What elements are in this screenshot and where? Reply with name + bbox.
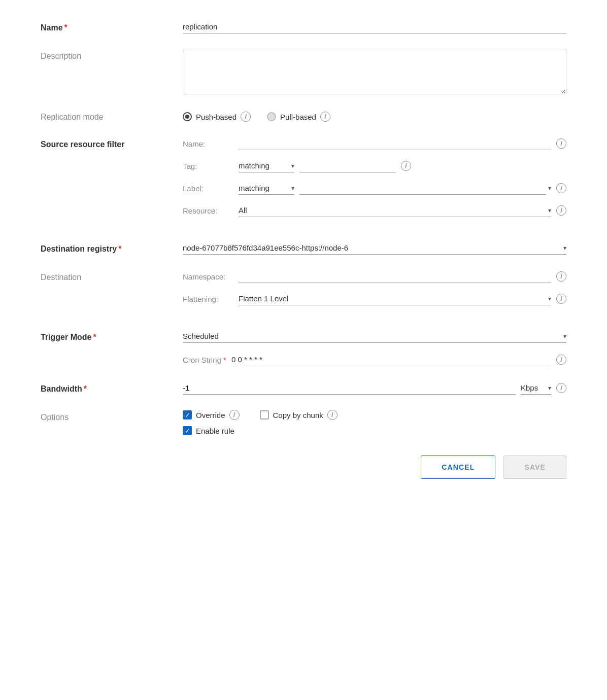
source-filter-label: Source resource filter (41, 137, 183, 149)
namespace-input-wrap: i (239, 270, 566, 283)
source-name-row: Name: i (183, 137, 566, 150)
pull-based-label: Pull-based (280, 113, 316, 121)
options-row: Options ✓ Override i Copy by chunk i ✓ E… (41, 410, 566, 435)
flattening-select[interactable]: Flatten 1 Level No Flattening Flatten Al… (239, 292, 551, 305)
source-filter-content: Name: i Tag: matching excluding (183, 137, 566, 226)
resource-select-wrap: All Image Chart ▾ (239, 204, 551, 217)
replication-mode-row: Replication mode Push-based i Pull-based… (41, 110, 566, 122)
options-content: ✓ Override i Copy by chunk i ✓ Enable ru… (183, 410, 566, 435)
options-line1: ✓ Override i Copy by chunk i (183, 410, 566, 420)
enable-rule-checkbox-item[interactable]: ✓ Enable rule (183, 426, 234, 435)
namespace-sub-label: Namespace: (183, 272, 239, 281)
copy-by-chunk-info-icon[interactable]: i (327, 410, 338, 420)
source-name-info-icon[interactable]: i (556, 138, 566, 149)
bandwidth-row: Bandwidth* Kbps Mbps ▾ i (41, 381, 566, 395)
kbps-wrap: Kbps Mbps ▾ (521, 381, 551, 395)
resource-info-icon[interactable]: i (556, 205, 566, 216)
source-name-input-wrap: i (239, 137, 566, 150)
label-sub-label: Label: (183, 184, 239, 193)
push-based-option[interactable]: Push-based i (183, 112, 251, 122)
label-controls: matching excluding ▾ ▾ (239, 182, 551, 195)
destination-content: Namespace: i Flattening: Flatten 1 Level… (183, 270, 566, 314)
flattening-select-wrap: Flatten 1 Level No Flattening Flatten Al… (239, 292, 551, 305)
button-row: CANCEL SAVE (41, 456, 566, 479)
dest-registry-select[interactable]: node-67077b8f576fd34a91ee556c-https://no… (183, 241, 566, 255)
source-name-input[interactable] (239, 137, 551, 150)
label-value-chevron-icon: ▾ (548, 185, 551, 192)
copy-by-chunk-checkbox-item[interactable]: Copy by chunk i (260, 410, 338, 420)
tag-input-wrap: matching excluding ▾ i (239, 159, 566, 172)
label-value-wrap: ▾ (299, 182, 551, 195)
tag-select-wrap: matching excluding ▾ (239, 159, 294, 172)
dest-registry-label: Destination registry* (41, 241, 183, 254)
description-textarea[interactable] (183, 49, 566, 94)
tag-select[interactable]: matching excluding (239, 159, 294, 172)
description-row: Description (41, 49, 566, 94)
override-info-icon[interactable]: i (229, 410, 240, 420)
flattening-row: Flattening: Flatten 1 Level No Flattenin… (183, 292, 566, 305)
dest-reg-select-wrap: node-67077b8f576fd34a91ee556c-https://no… (183, 241, 566, 255)
tag-value-input[interactable] (299, 159, 396, 172)
bandwidth-label: Bandwidth* (41, 381, 183, 394)
label-input-wrap: matching excluding ▾ ▾ i (239, 182, 566, 195)
pull-based-info-icon[interactable]: i (320, 112, 330, 122)
enable-rule-label: Enable rule (196, 427, 234, 435)
trigger-select[interactable]: Scheduled Event Based Manual (183, 330, 566, 343)
tag-row: Tag: matching excluding ▾ i (183, 159, 566, 172)
override-checkbox-item[interactable]: ✓ Override i (183, 410, 240, 420)
copy-by-chunk-label: Copy by chunk (273, 411, 323, 419)
trigger-mode-content: Scheduled Event Based Manual ▾ Cron Stri… (183, 330, 566, 366)
replication-mode-content: Push-based i Pull-based i (183, 110, 566, 122)
cancel-button[interactable]: CANCEL (421, 456, 495, 479)
bandwidth-info-icon[interactable]: i (556, 383, 566, 393)
label-select-wrap: matching excluding ▾ (239, 182, 294, 195)
namespace-info-icon[interactable]: i (556, 271, 566, 282)
flattening-sub-label: Flattening: (183, 295, 239, 303)
pull-based-option[interactable]: Pull-based i (267, 112, 330, 122)
resource-input-wrap: All Image Chart ▾ i (239, 204, 566, 217)
resource-sub-label: Resource: (183, 206, 239, 215)
trigger-mode-label: Trigger Mode* (41, 330, 183, 342)
options-line2: ✓ Enable rule (183, 426, 566, 435)
tag-controls: matching excluding ▾ (239, 159, 396, 172)
source-filter-row: Source resource filter Name: i Tag: matc (41, 137, 566, 226)
resource-row: Resource: All Image Chart ▾ i (183, 204, 566, 217)
push-based-label: Push-based (196, 113, 237, 121)
cron-row: Cron String * i (183, 353, 566, 366)
pull-based-radio[interactable] (267, 112, 276, 121)
destination-label: Destination (41, 270, 183, 282)
dest-registry-content: node-67077b8f576fd34a91ee556c-https://no… (183, 241, 566, 255)
dest-registry-row: Destination registry* node-67077b8f576fd… (41, 241, 566, 255)
bandwidth-input[interactable] (183, 381, 516, 395)
label-info-icon[interactable]: i (556, 183, 566, 193)
copy-by-chunk-checkbox[interactable] (260, 410, 269, 419)
bandwidth-unit-select[interactable]: Kbps Mbps (521, 381, 551, 395)
name-input[interactable] (183, 20, 566, 33)
namespace-row: Namespace: i (183, 270, 566, 283)
tag-sub-label: Tag: (183, 162, 239, 170)
cron-input[interactable] (231, 353, 551, 366)
label-row: Label: matching excluding ▾ ▾ (183, 182, 566, 195)
label-value-input[interactable] (299, 182, 546, 195)
description-content (183, 49, 566, 94)
override-label: Override (196, 411, 225, 419)
description-label: Description (41, 49, 183, 61)
source-name-sub-label: Name: (183, 139, 239, 148)
override-checkbox[interactable]: ✓ (183, 410, 192, 419)
bandwidth-content: Kbps Mbps ▾ i (183, 381, 566, 395)
trigger-wrap: Scheduled Event Based Manual ▾ (183, 330, 566, 343)
push-based-info-icon[interactable]: i (241, 112, 251, 122)
flattening-input-wrap: Flatten 1 Level No Flattening Flatten Al… (239, 292, 566, 305)
resource-select[interactable]: All Image Chart (239, 204, 551, 217)
name-row: Name* (41, 20, 566, 33)
tag-info-icon[interactable]: i (401, 161, 411, 171)
cron-info-icon[interactable]: i (556, 355, 566, 365)
push-based-radio[interactable] (183, 112, 192, 121)
radio-group: Push-based i Pull-based i (183, 110, 566, 122)
namespace-input[interactable] (239, 270, 551, 283)
flattening-info-icon[interactable]: i (556, 294, 566, 304)
save-button[interactable]: SAVE (503, 456, 566, 479)
name-label: Name* (41, 20, 183, 32)
enable-rule-checkbox[interactable]: ✓ (183, 426, 192, 435)
label-select[interactable]: matching excluding (239, 182, 294, 195)
